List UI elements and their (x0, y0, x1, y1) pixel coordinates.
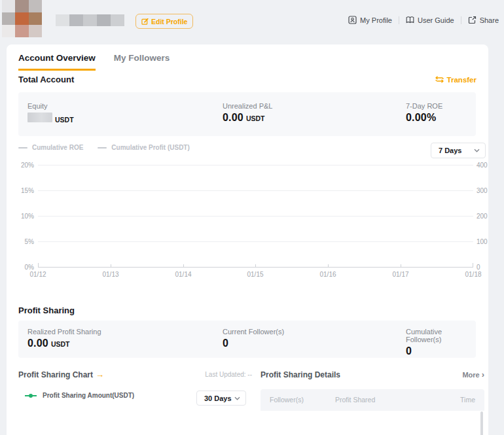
y-left-tick: 5% (7, 238, 34, 245)
y-right-tick: 200 (477, 213, 496, 220)
tab-my-followers[interactable]: My Followers (114, 53, 170, 71)
profile-card-icon (348, 16, 357, 24)
cumulative-followers-stat: Cumulative Follower(s) 0 (406, 328, 476, 357)
unrealized-pnl-value: 0.00 (223, 112, 243, 124)
book-icon (406, 16, 414, 24)
period-select-7days[interactable]: 7 Days (431, 143, 486, 158)
profit-sharing-chart-header: Profit Sharing Chart Last Updated: -- (18, 370, 252, 379)
current-followers-stat: Current Follower(s) 0 (223, 328, 284, 349)
y-right-tick: 300 (477, 187, 496, 194)
realized-profit-unit: USDT (51, 340, 70, 348)
chevron-down-icon (234, 396, 240, 400)
username-masked (56, 14, 124, 26)
y-right-tick: 0 (477, 264, 496, 271)
legend-cumulative-roe[interactable]: Cumulative ROE (18, 144, 83, 151)
table-scrollbar[interactable] (480, 411, 483, 435)
profit-sharing-details-title: Profit Sharing Details (261, 370, 340, 379)
arrow-right-icon (96, 370, 104, 379)
more-link[interactable]: More (462, 370, 484, 379)
chevron-down-icon (474, 148, 480, 152)
divider (399, 16, 399, 24)
last-updated-label: Last Updated: -- (205, 371, 252, 378)
x-tick: 01/13 (96, 271, 125, 278)
x-tick: 01/17 (386, 271, 415, 278)
y-left-tick: 15% (7, 187, 34, 194)
y-left-tick: 20% (7, 162, 34, 169)
cumulative-followers-value: 0 (406, 345, 412, 357)
x-tick: 01/15 (241, 271, 270, 278)
realized-profit-label: Realized Profit Sharing (27, 328, 101, 336)
share-link[interactable]: Share (468, 16, 499, 24)
column-time: Time (460, 396, 475, 404)
edit-icon (141, 18, 149, 25)
column-followers: Follower(s) (270, 396, 304, 404)
unrealized-pnl-label: Unrealized P&L (223, 102, 272, 110)
unrealized-pnl-unit: USDT (246, 114, 265, 122)
total-account-title: Total Account (18, 75, 74, 84)
my-profile-link[interactable]: My Profile (348, 16, 392, 24)
x-tick: 01/14 (169, 271, 198, 278)
share-icon (468, 16, 477, 24)
account-overview-chart: 20% 15% 10% 5% 0% 400 300 200 100 0 01/1… (7, 162, 488, 277)
equity-label: Equity (27, 102, 74, 110)
column-profit-shared: Profit Shared (335, 396, 375, 404)
period-select-30days[interactable]: 30 Days (196, 391, 246, 406)
legend-cumulative-profit[interactable]: Cumulative Profit (USDT) (98, 144, 189, 151)
header-links: My Profile User Guide Share (348, 16, 499, 24)
roe-label: 7-Day ROE (406, 102, 442, 110)
cumulative-followers-label: Cumulative Follower(s) (406, 328, 476, 343)
profit-sharing-legend[interactable]: Profit Sharing Amount(USDT) (25, 392, 134, 399)
realized-profit-value: 0.00 (27, 338, 48, 349)
tab-account-overview[interactable]: Account Overview (18, 53, 96, 71)
user-guide-link[interactable]: User Guide (406, 16, 454, 24)
transfer-icon (435, 76, 444, 83)
current-followers-label: Current Follower(s) (223, 328, 284, 336)
profit-sharing-card: Realized Profit Sharing 0.00 USDT Curren… (18, 321, 476, 358)
current-followers-value: 0 (223, 338, 228, 349)
profit-sharing-chart-title[interactable]: Profit Sharing Chart (18, 370, 104, 379)
x-tick: 01/12 (24, 271, 52, 278)
y-left-tick: 10% (7, 213, 34, 220)
line-swatch-icon (98, 147, 107, 148)
account-chart-legend: Cumulative ROE Cumulative Profit (USDT) (18, 144, 190, 151)
equity-unit: USDT (55, 116, 74, 124)
y-left-tick: 0% (7, 264, 34, 271)
transfer-button[interactable]: Transfer (435, 76, 477, 84)
total-account-header: Total Account Transfer (18, 75, 477, 84)
roe-stat: 7-Day ROE 0.00% (406, 102, 442, 124)
roe-value: 0.00% (406, 112, 436, 124)
profit-sharing-details-header: Profit Sharing Details More (261, 370, 484, 379)
equity-stat: Equity USDT (27, 102, 74, 124)
line-point-swatch-icon (25, 393, 37, 398)
realized-profit-stat: Realized Profit Sharing 0.00 USDT (27, 328, 101, 349)
equity-value-masked (27, 113, 52, 122)
main-panel: Account Overview My Followers Total Acco… (7, 44, 488, 435)
x-tick: 01/18 (459, 271, 488, 278)
total-account-card: Equity USDT Unrealized P&L 0.00 USDT 7-D… (18, 92, 476, 136)
line-swatch-icon (18, 147, 27, 148)
divider (461, 16, 461, 24)
y-right-tick: 100 (477, 238, 496, 245)
edit-profile-button[interactable]: Edit Profile (135, 14, 193, 29)
table-header-row: Follower(s) Profit Shared Time (261, 389, 484, 411)
unrealized-pnl-stat: Unrealized P&L 0.00 USDT (223, 102, 272, 124)
profit-sharing-details-table: Follower(s) Profit Shared Time (261, 389, 484, 435)
y-right-tick: 400 (477, 162, 496, 169)
profit-sharing-title: Profit Sharing (18, 305, 75, 315)
chevron-right-icon (482, 370, 484, 379)
tab-bar: Account Overview My Followers (18, 53, 170, 71)
x-tick: 01/16 (314, 271, 342, 278)
avatar (2, 0, 42, 37)
